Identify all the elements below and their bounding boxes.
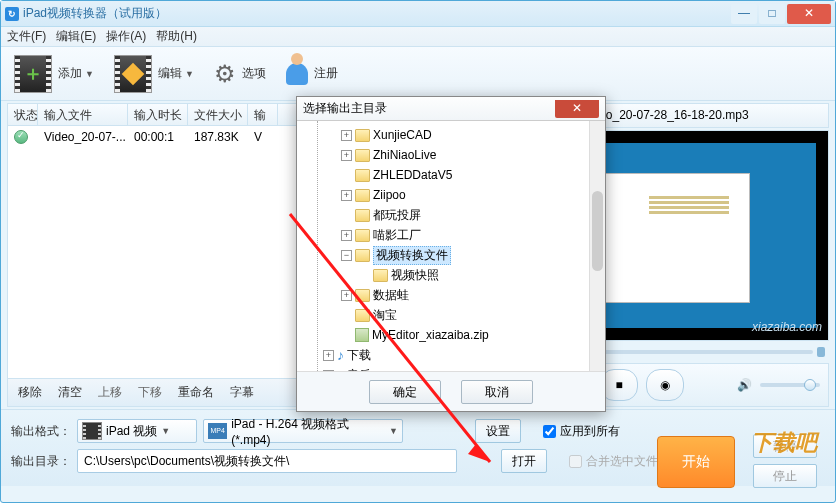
- expand-toggle[interactable]: −: [341, 250, 352, 261]
- expand-toggle[interactable]: +: [341, 230, 352, 241]
- expand-toggle[interactable]: +: [323, 350, 334, 361]
- clear-button[interactable]: 清空: [54, 382, 86, 403]
- movedown-button[interactable]: 下移: [134, 382, 166, 403]
- folder-icon: [355, 149, 370, 162]
- cancel-button[interactable]: 取消: [461, 380, 533, 404]
- tree-label: ZhiNiaoLive: [373, 148, 436, 162]
- music-icon: ♪: [337, 347, 344, 363]
- person-icon: [286, 63, 308, 85]
- close-button[interactable]: ✕: [787, 4, 831, 24]
- settings-button[interactable]: 设置: [475, 419, 521, 443]
- maximize-button[interactable]: □: [759, 4, 785, 24]
- chevron-down-icon: ▼: [185, 69, 194, 79]
- start-button[interactable]: 开始: [657, 436, 735, 488]
- toolbar: ＋ 添加▼ 编辑▼ ⚙ 选项 注册: [1, 47, 835, 101]
- col-file[interactable]: 输入文件: [38, 104, 128, 125]
- tree-item[interactable]: 视频快照: [323, 265, 605, 285]
- col-out[interactable]: 输: [248, 104, 278, 125]
- format-combo[interactable]: MP4 iPad - H.264 视频格式 (*.mp4)▼: [203, 419, 403, 443]
- stop-bottom-button[interactable]: 停止: [753, 464, 817, 488]
- folder-icon: [355, 129, 370, 142]
- tree-item[interactable]: +数据蛙: [323, 285, 605, 305]
- tree-item[interactable]: +喵影工厂: [323, 225, 605, 245]
- expand-toggle[interactable]: +: [323, 370, 334, 372]
- tree-item[interactable]: +ZhiNiaoLive: [323, 145, 605, 165]
- page-watermark: 下载吧: [751, 428, 817, 458]
- tree-label: 音乐: [347, 367, 371, 372]
- slider-end-icon: [817, 347, 825, 357]
- folder-icon: [355, 289, 370, 302]
- menu-action[interactable]: 操作(A): [106, 28, 146, 45]
- tree-item[interactable]: 都玩投屏: [323, 205, 605, 225]
- preview-filename: Video_20-07-28_16-18-20.mp3: [582, 108, 749, 122]
- folder-icon: [355, 249, 370, 262]
- tree-item[interactable]: +XunjieCAD: [323, 125, 605, 145]
- ok-button[interactable]: 确定: [369, 380, 441, 404]
- tree-label: 数据蛙: [373, 287, 409, 304]
- video-watermark: xiazaiba.com: [752, 320, 822, 334]
- tree-label: 淘宝: [373, 307, 397, 324]
- bottom-bar: 输出格式： iPad 视频▼ MP4 iPad - H.264 视频格式 (*.…: [1, 409, 835, 486]
- folder-icon: [355, 189, 370, 202]
- camera-icon: ◉: [660, 378, 670, 392]
- tree-item[interactable]: MyEditor_xiazaiba.zip: [323, 325, 605, 345]
- cell-size: 187.83K: [188, 128, 248, 146]
- register-button[interactable]: 注册: [279, 52, 351, 96]
- merge-checkbox: 合并选中文件: [569, 453, 658, 470]
- plus-icon: ＋: [23, 60, 43, 87]
- tree-item[interactable]: +♪音乐: [323, 365, 605, 371]
- tree-label: 喵影工厂: [373, 227, 421, 244]
- dialog-scrollbar[interactable]: [589, 121, 605, 371]
- open-button[interactable]: 打开: [501, 449, 547, 473]
- category-combo[interactable]: iPad 视频▼: [77, 419, 197, 443]
- tree-item[interactable]: −视频转换文件: [323, 245, 605, 265]
- outdir-input[interactable]: C:\Users\pc\Documents\视频转换文件\: [77, 449, 457, 473]
- folder-icon: [355, 229, 370, 242]
- subtitle-button[interactable]: 字幕: [226, 382, 258, 403]
- edit-button[interactable]: 编辑▼: [107, 52, 207, 96]
- folder-tree[interactable]: +XunjieCAD+ZhiNiaoLiveZHLEDDataV5+Ziipoo…: [297, 121, 605, 371]
- tree-item[interactable]: 淘宝: [323, 305, 605, 325]
- moveup-button[interactable]: 上移: [94, 382, 126, 403]
- minimize-button[interactable]: —: [731, 4, 757, 24]
- expand-toggle[interactable]: +: [341, 290, 352, 301]
- dialog-close-button[interactable]: ✕: [555, 100, 599, 118]
- tree-item[interactable]: +♪下载: [323, 345, 605, 365]
- remove-button[interactable]: 移除: [14, 382, 46, 403]
- cell-duration: 00:00:1: [128, 128, 188, 146]
- apply-all-checkbox[interactable]: 应用到所有: [543, 423, 620, 440]
- folder-icon: [373, 269, 388, 282]
- add-button[interactable]: ＋ 添加▼: [7, 52, 107, 96]
- tree-label: 视频快照: [391, 267, 439, 284]
- tree-label: XunjieCAD: [373, 128, 432, 142]
- snapshot-button[interactable]: ◉: [646, 369, 684, 401]
- expand-toggle[interactable]: +: [341, 150, 352, 161]
- stop-icon: ■: [615, 378, 622, 392]
- pencil-icon: [122, 62, 145, 85]
- col-status[interactable]: 状态: [8, 104, 38, 125]
- menubar: 文件(F) 编辑(E) 操作(A) 帮助(H): [1, 27, 835, 47]
- dialog-footer: 确定 取消: [297, 371, 605, 411]
- menu-edit[interactable]: 编辑(E): [56, 28, 96, 45]
- window-title: iPad视频转换器（试用版）: [23, 5, 729, 22]
- menu-help[interactable]: 帮助(H): [156, 28, 197, 45]
- volume-thumb[interactable]: [804, 379, 816, 391]
- expand-toggle[interactable]: +: [341, 190, 352, 201]
- dialog-titlebar[interactable]: 选择输出主目录 ✕: [297, 97, 605, 121]
- scrollbar-thumb[interactable]: [592, 191, 603, 271]
- chevron-down-icon: ▼: [85, 69, 94, 79]
- options-button[interactable]: ⚙ 选项: [207, 52, 279, 96]
- dialog-title: 选择输出主目录: [303, 100, 555, 117]
- cell-file: Video_20-07-...: [38, 128, 128, 146]
- col-size[interactable]: 文件大小: [188, 104, 248, 125]
- titlebar[interactable]: ↻ iPad视频转换器（试用版） — □ ✕: [1, 1, 835, 27]
- volume-icon[interactable]: 🔊: [737, 378, 752, 392]
- col-duration[interactable]: 输入时长: [128, 104, 188, 125]
- tree-item[interactable]: ZHLEDDataV5: [323, 165, 605, 185]
- tree-item[interactable]: +Ziipoo: [323, 185, 605, 205]
- menu-file[interactable]: 文件(F): [7, 28, 46, 45]
- zip-icon: [355, 328, 369, 342]
- expand-toggle[interactable]: +: [341, 130, 352, 141]
- rename-button[interactable]: 重命名: [174, 382, 218, 403]
- folder-icon: [355, 169, 370, 182]
